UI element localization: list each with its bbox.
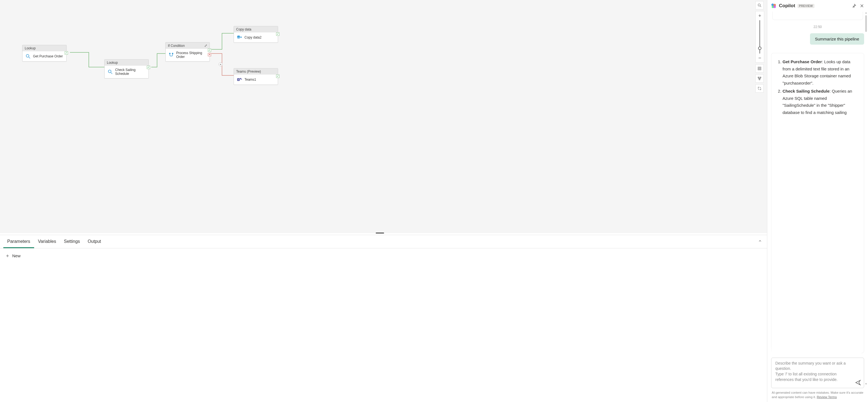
main-pane: Lookup Get Purchase Order ✓ Lookup — [0, 0, 767, 402]
status-success-icon[interactable]: ✓ — [208, 48, 211, 52]
response-item-2-title: Check Sailing Schedule — [782, 89, 830, 94]
activity-check-sailing-schedule[interactable]: Lookup Check Sailing Schedule ✓ — [104, 59, 149, 78]
copilot-response: Get Purchase Order: Looks up data from a… — [771, 53, 864, 353]
pipeline-edges — [0, 0, 767, 233]
preview-badge: PREVIEW — [798, 4, 815, 8]
copilot-input[interactable]: Describe the summary you want or ask a q… — [771, 358, 864, 388]
lookup-icon — [25, 54, 31, 59]
copilot-header: Copilot PREVIEW — [767, 0, 868, 12]
properties-panel: Parameters Variables Settings Output ＋ N… — [0, 235, 767, 402]
svg-point-2 — [108, 70, 111, 73]
scroll-up-icon[interactable]: ▲ — [865, 11, 867, 14]
expand-icon[interactable]: ⤢ — [204, 43, 207, 48]
zoom-thumb[interactable] — [758, 46, 762, 50]
copilot-input-placeholder: Describe the summary you want or ask a q… — [775, 361, 853, 382]
activity-label: Process Shipping Order — [176, 51, 207, 59]
copilot-scrollbar[interactable]: ▲ ▼ — [865, 11, 867, 386]
svg-point-0 — [26, 54, 29, 57]
svg-point-11 — [758, 4, 760, 6]
properties-tabbar: Parameters Variables Settings Output — [0, 235, 767, 248]
collapse-panel-button[interactable] — [758, 239, 762, 244]
response-item-2: Check Sailing Schedule: Queries an Azure… — [782, 88, 859, 116]
copilot-logo-icon — [771, 3, 777, 9]
activity-type: Lookup — [107, 61, 118, 65]
search-button[interactable] — [755, 1, 764, 9]
send-icon[interactable] — [855, 379, 861, 386]
svg-line-1 — [29, 57, 30, 59]
zoom-slider[interactable]: + − — [755, 11, 764, 63]
panel-resize-handle[interactable] — [0, 233, 767, 235]
activity-label: Get Purchase Order — [33, 54, 63, 58]
svg-rect-17 — [759, 79, 760, 80]
auto-layout-button[interactable] — [755, 74, 764, 82]
previous-message-fragment — [772, 12, 863, 20]
scroll-down-icon[interactable]: ▼ — [865, 382, 867, 386]
svg-rect-13 — [758, 67, 761, 70]
plus-icon: ＋ — [5, 252, 10, 259]
svg-point-21 — [773, 5, 776, 8]
zoom-fit-button[interactable] — [755, 64, 764, 73]
lookup-icon — [107, 69, 113, 75]
activity-type: If Condition — [168, 44, 185, 48]
zoom-in-button[interactable]: + — [755, 12, 764, 20]
activity-process-shipping-order[interactable]: If Condition ⤢ Process Shipping Order — [165, 42, 210, 62]
pipeline-canvas[interactable]: Lookup Get Purchase Order ✓ Lookup — [0, 0, 767, 233]
copilot-panel: Copilot PREVIEW 22:50 Summarize this pip… — [767, 0, 868, 402]
zoom-out-button[interactable]: − — [755, 54, 764, 62]
copilot-footer: AI-generated content can have mistakes. … — [767, 390, 868, 402]
response-item-1: Get Purchase Order: Looks up data from a… — [782, 58, 859, 87]
activity-label: Copy data2 — [245, 35, 261, 39]
svg-rect-16 — [760, 77, 761, 78]
chat-timestamp: 22:50 — [771, 25, 864, 29]
review-terms-link[interactable]: Review Terms — [817, 395, 837, 399]
scroll-thumb[interactable] — [865, 15, 867, 32]
activity-type: Lookup — [25, 46, 35, 50]
status-success-icon[interactable]: ✓ — [276, 75, 279, 78]
svg-point-4 — [169, 53, 170, 54]
activity-type: Teams (Preview) — [236, 70, 261, 73]
zoom-track[interactable] — [760, 20, 760, 54]
status-success-icon[interactable]: ✓ — [147, 66, 150, 69]
close-icon[interactable] — [859, 3, 865, 9]
new-parameter-button[interactable]: ＋ New — [5, 252, 21, 259]
if-condition-icon — [168, 52, 174, 58]
pin-icon[interactable] — [851, 3, 857, 9]
svg-point-10 — [241, 79, 242, 80]
svg-point-5 — [172, 53, 174, 54]
svg-rect-14 — [759, 68, 760, 69]
tab-variables[interactable]: Variables — [34, 235, 60, 248]
canvas-toolbar: + − — [755, 1, 764, 93]
copilot-chat: 22:50 Summarize this pipeline Get Purcha… — [767, 12, 868, 354]
svg-line-3 — [111, 73, 113, 74]
tab-output[interactable]: Output — [84, 235, 105, 248]
status-success-icon[interactable]: ✓ — [65, 51, 68, 55]
svg-line-12 — [760, 6, 761, 7]
fullscreen-button[interactable] — [755, 84, 764, 93]
activity-copy-data2[interactable]: Copy data Copy data2 ✓ — [234, 26, 278, 43]
response-item-1-title: Get Purchase Order — [782, 59, 822, 64]
status-fail-icon[interactable]: ✕ — [208, 53, 211, 56]
activity-teams1[interactable]: Teams (Preview) T Teams1 ✓ — [234, 68, 278, 85]
svg-text:T: T — [238, 78, 239, 81]
copy-data-icon — [237, 35, 242, 40]
tab-settings[interactable]: Settings — [60, 235, 84, 248]
copilot-title: Copilot — [779, 3, 795, 9]
new-parameter-label: New — [12, 254, 21, 258]
tab-parameters[interactable]: Parameters — [3, 235, 34, 248]
user-message: Summarize this pipeline — [810, 33, 864, 45]
teams-icon: T — [237, 77, 242, 82]
activity-get-purchase-order[interactable]: Lookup Get Purchase Order ✓ — [22, 45, 67, 62]
add-activity-icon[interactable]: + — [219, 62, 222, 66]
activity-label: Check Sailing Schedule — [115, 68, 146, 76]
activity-type: Copy data — [236, 28, 251, 31]
svg-point-9 — [240, 78, 241, 79]
status-success-icon[interactable]: ✓ — [276, 32, 279, 36]
svg-rect-15 — [758, 77, 759, 78]
activity-label: Teams1 — [245, 78, 256, 81]
